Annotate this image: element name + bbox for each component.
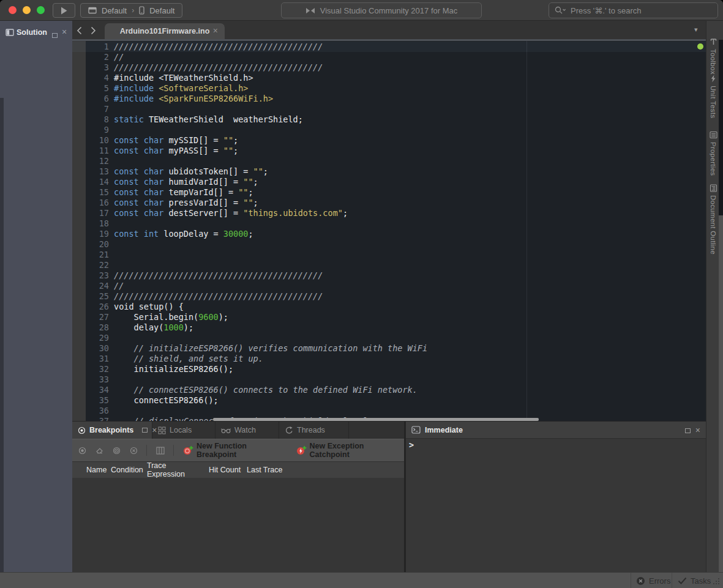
window-resize-grip[interactable] — [713, 578, 721, 586]
line-number[interactable]: 6 — [72, 94, 109, 104]
code-line-2[interactable]: 2// — [72, 52, 706, 62]
line-number[interactable]: 27 — [72, 312, 109, 322]
solution-pad-close-button[interactable]: × — [62, 29, 67, 35]
code-line-18[interactable]: 18 — [72, 218, 706, 229]
line-number[interactable]: 34 — [72, 385, 109, 395]
bottom-tab-locals[interactable]: Locals — [152, 422, 215, 439]
code-line-5[interactable]: 5#include <SoftwareSerial.h> — [72, 83, 706, 94]
line-number[interactable]: 8 — [72, 114, 109, 125]
new-function-breakpoint-button[interactable]: New Function Breakpoint — [183, 442, 287, 459]
column-hit-count[interactable]: Hit Count — [206, 466, 244, 474]
code-line-26[interactable]: 26void setup() { — [72, 302, 706, 312]
pad-float-button[interactable] — [142, 428, 148, 433]
code-line-13[interactable]: 13const char ubidotsToken[] = ""; — [72, 166, 706, 177]
line-number[interactable]: 2 — [72, 52, 109, 62]
code-line-20[interactable]: 20 — [72, 239, 706, 250]
line-number[interactable]: 13 — [72, 166, 109, 177]
run-button[interactable] — [53, 3, 75, 18]
line-number[interactable]: 19 — [72, 229, 109, 239]
breakpoints-list[interactable] — [72, 478, 404, 573]
immediate-close-button[interactable]: × — [695, 427, 700, 433]
line-number[interactable]: 31 — [72, 354, 109, 364]
code-line-9[interactable]: 9 — [72, 125, 706, 135]
search-box[interactable] — [549, 2, 718, 18]
code-line-27[interactable]: 27 Serial.begin(9600); — [72, 312, 706, 322]
errors-button[interactable]: Errors — [636, 573, 670, 588]
code-line-6[interactable]: 6#include <SparkFunESP8266WiFi.h> — [72, 94, 706, 104]
column-condition[interactable]: Condition — [108, 466, 144, 474]
line-number[interactable]: 11 — [72, 146, 109, 156]
code-line-11[interactable]: 11const char myPASS[] = ""; — [72, 146, 706, 156]
line-number[interactable]: 15 — [72, 187, 109, 198]
code-editor[interactable]: 1///////////////////////////////////////… — [72, 41, 706, 421]
code-line-22[interactable]: 22 — [72, 260, 706, 270]
right-scrollbar-thumb[interactable] — [719, 215, 723, 572]
remove-all-breakpoints-button[interactable] — [130, 447, 138, 455]
line-number[interactable]: 5 — [72, 83, 109, 94]
code-line-21[interactable]: 21 — [72, 250, 706, 260]
column-name[interactable]: Name — [83, 466, 108, 474]
line-number[interactable]: 20 — [72, 239, 109, 250]
line-number[interactable]: 26 — [72, 302, 109, 312]
sidebar-tab-unit-tests[interactable]: Unit Tests — [707, 75, 719, 118]
line-number[interactable]: 1 — [72, 42, 109, 52]
line-number[interactable]: 25 — [72, 291, 109, 302]
code-line-28[interactable]: 28 delay(1000); — [72, 322, 706, 333]
code-line-15[interactable]: 15const char tempVarId[] = ""; — [72, 187, 706, 198]
code-line-23[interactable]: 23//////////////////////////////////////… — [72, 270, 706, 281]
search-input[interactable] — [571, 6, 712, 15]
line-number[interactable]: 33 — [72, 374, 109, 385]
sidebar-tab-toolbox[interactable]: Toolbox — [707, 38, 719, 75]
code-line-12[interactable]: 12 — [72, 156, 706, 166]
code-line-3[interactable]: 3///////////////////////////////////////… — [72, 62, 706, 73]
code-line-32[interactable]: 32 initializeESP8266(); — [72, 364, 706, 374]
solution-pad-float-button[interactable] — [52, 29, 58, 40]
tasks-button[interactable]: Tasks — [678, 573, 711, 588]
tab-close-icon[interactable]: × — [213, 26, 218, 35]
line-number[interactable]: 29 — [72, 333, 109, 343]
code-line-31[interactable]: 31 // shield, and sets it up. — [72, 354, 706, 364]
code-line-34[interactable]: 34 // connectESP8266() connects to the d… — [72, 385, 706, 395]
immediate-console[interactable]: > — [406, 439, 706, 573]
line-number[interactable]: 14 — [72, 177, 109, 187]
line-number[interactable]: 32 — [72, 364, 109, 374]
bottom-tab-threads[interactable]: Threads — [279, 422, 349, 439]
columns-button[interactable] — [156, 447, 165, 455]
code-lines[interactable]: 1///////////////////////////////////////… — [72, 41, 706, 421]
navigate-back-icon[interactable] — [77, 26, 82, 35]
line-number[interactable]: 35 — [72, 395, 109, 406]
line-number[interactable]: 24 — [72, 281, 109, 291]
line-number[interactable]: 37 — [72, 416, 109, 421]
immediate-float-button[interactable] — [685, 425, 691, 436]
new-breakpoint-button[interactable] — [78, 447, 86, 455]
line-number[interactable]: 9 — [72, 125, 109, 135]
code-line-8[interactable]: 8static TEWeatherShield weatherShield; — [72, 114, 706, 125]
line-number[interactable]: 10 — [72, 135, 109, 146]
document-tab[interactable]: Arduino101Firmware.ino × — [105, 23, 225, 39]
code-line-36[interactable]: 36 — [72, 406, 706, 416]
line-number[interactable]: 16 — [72, 198, 109, 208]
code-line-24[interactable]: 24// — [72, 281, 706, 291]
traffic-light-close[interactable] — [9, 6, 17, 14]
line-number[interactable]: 22 — [72, 260, 109, 270]
tab-list-dropdown-icon[interactable]: ▾ — [694, 26, 698, 34]
code-line-25[interactable]: 25//////////////////////////////////////… — [72, 291, 706, 302]
sidebar-tab-document-outline[interactable]: Document Outline — [707, 184, 719, 255]
line-number[interactable]: 18 — [72, 218, 109, 229]
code-line-16[interactable]: 16const char pressVarId[] = ""; — [72, 198, 706, 208]
code-line-4[interactable]: 4#include <TEWeatherShield.h> — [72, 73, 706, 83]
line-number[interactable]: 30 — [72, 343, 109, 354]
code-line-35[interactable]: 35 connectESP8266(); — [72, 395, 706, 406]
code-line-14[interactable]: 14const char humidVarId[] = ""; — [72, 177, 706, 187]
line-number[interactable]: 17 — [72, 208, 109, 218]
clear-breakpoint-button[interactable] — [96, 447, 103, 455]
code-line-17[interactable]: 17const char destServer[] = "things.ubid… — [72, 208, 706, 218]
code-line-30[interactable]: 30 // initializeESP8266() verifies commu… — [72, 343, 706, 354]
line-number[interactable]: 12 — [72, 156, 109, 166]
code-line-7[interactable]: 7 — [72, 104, 706, 114]
line-number[interactable]: 4 — [72, 73, 109, 83]
disable-all-breakpoints-button[interactable] — [113, 447, 121, 455]
navigate-forward-icon[interactable] — [91, 26, 96, 35]
bottom-tab-watch[interactable]: Watch — [215, 422, 279, 439]
traffic-light-minimize[interactable] — [23, 6, 31, 14]
